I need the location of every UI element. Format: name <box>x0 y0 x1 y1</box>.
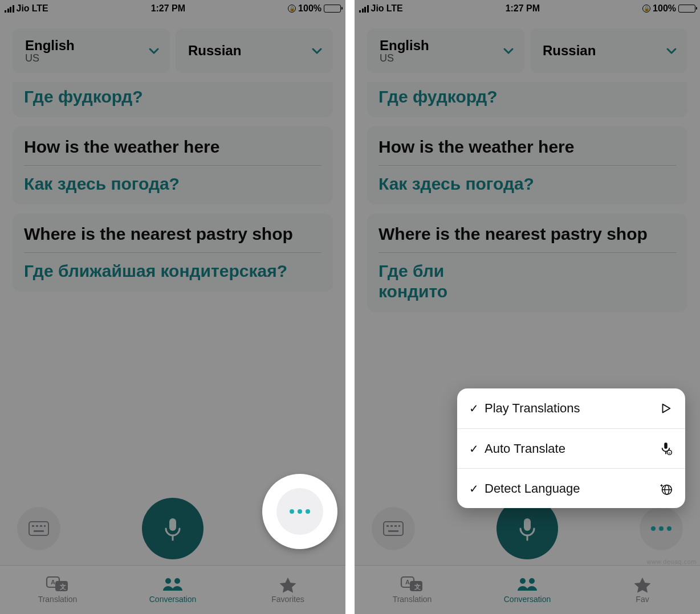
tab-conversation[interactable]: Conversation <box>115 566 230 614</box>
status-bar: Jio LTE 1:27 PM 🔒 100% <box>355 0 700 16</box>
tab-label: Translation <box>38 595 78 604</box>
keyboard-icon <box>383 521 404 536</box>
microphone-button[interactable] <box>142 498 204 559</box>
chevron-down-icon <box>665 44 678 58</box>
translation-icon: A 文 <box>400 576 424 593</box>
tab-conversation[interactable]: Conversation <box>470 566 585 614</box>
translation-target: Где бли кондито <box>379 261 676 302</box>
svg-point-26 <box>520 578 526 584</box>
mic-auto-icon: ∞ <box>658 441 674 457</box>
source-language-name: English <box>25 38 75 54</box>
source-language-sub: US <box>380 52 429 64</box>
microphone-icon <box>159 515 186 542</box>
clock: 1:27 PM <box>48 3 288 14</box>
tab-bar: A 文 Translation Conversation Favorites <box>0 565 345 614</box>
more-button[interactable] <box>640 507 683 550</box>
svg-rect-16 <box>390 525 393 527</box>
conversation-icon <box>161 576 185 593</box>
tab-label: Fav <box>636 595 649 604</box>
svg-rect-0 <box>29 522 48 535</box>
globe-sparkle-icon <box>658 481 674 497</box>
popover-item-detect-language[interactable]: ✓ Detect Language <box>457 468 685 508</box>
svg-point-13 <box>174 578 180 584</box>
microphone-icon <box>514 515 541 542</box>
translation-source: How is the weather here <box>24 137 321 157</box>
chevron-down-icon <box>147 44 161 58</box>
more-options-popover: ✓ Play Translations ✓ Auto Translate ∞ ✓ <box>457 388 685 508</box>
svg-rect-17 <box>394 525 397 527</box>
target-language-button[interactable]: Russian <box>530 28 687 73</box>
svg-point-27 <box>529 578 535 584</box>
popover-label: Play Translations <box>485 401 658 416</box>
translation-card[interactable]: Где фудкорд? <box>367 82 687 117</box>
svg-rect-4 <box>44 525 46 527</box>
more-button-highlight[interactable] <box>262 474 337 549</box>
check-icon: ✓ <box>466 402 481 415</box>
ellipsis-icon <box>651 526 671 531</box>
translation-target: Где фудкорд? <box>24 87 321 107</box>
tab-translation[interactable]: A 文 Translation <box>0 566 115 614</box>
star-icon <box>276 576 300 593</box>
translation-target: Где фудкорд? <box>379 87 676 107</box>
chevron-down-icon <box>310 44 324 58</box>
popover-item-auto-translate[interactable]: ✓ Auto Translate ∞ <box>457 428 685 468</box>
carrier-label: Jio <box>371 3 384 14</box>
svg-rect-5 <box>34 530 44 532</box>
phone-divider <box>345 0 355 614</box>
target-language-name: Russian <box>543 43 596 59</box>
translation-target: Как здесь погода? <box>379 174 676 194</box>
phone-left: Jio LTE 1:27 PM 🔒 100% English US Russia… <box>0 0 345 614</box>
star-icon <box>630 576 654 593</box>
watermark: www.deuaq.com <box>647 558 697 565</box>
svg-rect-20 <box>524 518 531 531</box>
translation-source: How is the weather here <box>379 137 676 157</box>
language-selector-bar: English US Russian <box>355 16 700 77</box>
translation-target: Как здесь погода? <box>24 174 321 194</box>
target-language-button[interactable]: Russian <box>176 28 333 73</box>
source-language-button[interactable]: English US <box>13 28 170 73</box>
svg-rect-2 <box>36 525 38 527</box>
translation-card[interactable]: How is the weather here Как здесь погода… <box>13 126 333 204</box>
svg-text:∞: ∞ <box>668 451 670 454</box>
source-language-sub: US <box>25 52 75 64</box>
svg-point-12 <box>165 578 171 584</box>
rotation-lock-icon: 🔒 <box>288 5 296 13</box>
conversation-icon <box>515 576 539 593</box>
keyboard-button[interactable] <box>372 507 415 550</box>
language-selector-bar: English US Russian <box>0 16 345 77</box>
svg-rect-14 <box>384 522 403 535</box>
keyboard-button[interactable] <box>17 507 60 550</box>
svg-rect-19 <box>388 530 398 532</box>
battery-percent: 100% <box>653 3 676 14</box>
tab-bar: A 文 Translation Conversation Fav <box>355 565 700 614</box>
translation-card[interactable]: Where is the nearest pastry shop Где бли… <box>367 214 687 312</box>
svg-rect-15 <box>386 525 389 527</box>
svg-rect-28 <box>664 443 668 449</box>
check-icon: ✓ <box>466 482 481 496</box>
translation-card[interactable]: Где фудкорд? <box>13 82 333 117</box>
translation-card[interactable]: How is the weather here Как здесь погода… <box>367 126 687 204</box>
svg-text:文: 文 <box>414 583 421 590</box>
carrier-label: Jio <box>17 3 30 14</box>
svg-text:A: A <box>51 579 55 586</box>
tab-translation[interactable]: A 文 Translation <box>355 566 470 614</box>
signal-icon <box>5 5 14 13</box>
translation-card[interactable]: Where is the nearest pastry shop Где бли… <box>13 214 333 292</box>
check-icon: ✓ <box>466 442 481 456</box>
tab-label: Favorites <box>271 595 304 604</box>
network-label: LTE <box>386 3 403 14</box>
popover-label: Detect Language <box>485 481 658 496</box>
ellipsis-icon <box>290 509 310 514</box>
battery-icon <box>678 5 695 13</box>
translation-icon: A 文 <box>46 576 70 593</box>
source-language-name: English <box>380 38 429 54</box>
tab-favorites[interactable]: Fav <box>585 566 700 614</box>
signal-icon <box>359 5 369 13</box>
conversation-list[interactable]: Где фудкорд? How is the weather here Как… <box>355 77 700 327</box>
source-language-button[interactable]: English US <box>367 28 524 73</box>
network-label: LTE <box>32 3 48 14</box>
popover-item-play-translations[interactable]: ✓ Play Translations <box>457 388 685 428</box>
svg-text:文: 文 <box>59 583 66 590</box>
tab-favorites[interactable]: Favorites <box>230 566 345 614</box>
conversation-list[interactable]: Где фудкорд? How is the weather here Как… <box>0 77 345 306</box>
